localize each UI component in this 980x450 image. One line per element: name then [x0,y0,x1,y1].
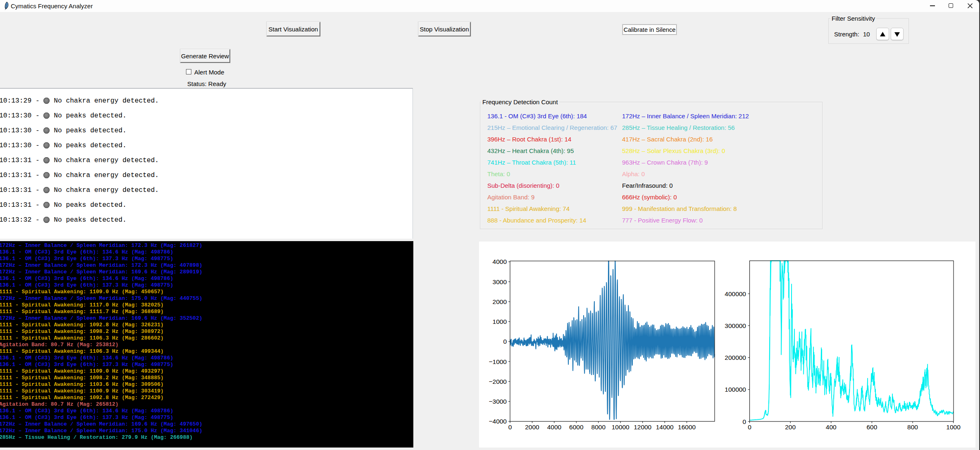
svg-text:0: 0 [742,418,746,425]
svg-text:400: 400 [826,424,837,431]
svg-text:8000: 8000 [591,424,606,431]
svg-text:600: 600 [866,424,877,431]
svg-text:1000: 1000 [946,424,961,431]
svg-text:0: 0 [508,424,512,431]
svg-text:−4000: −4000 [489,418,507,425]
svg-text:200: 200 [785,424,796,431]
svg-text:6000: 6000 [569,424,584,431]
svg-text:−3000: −3000 [489,398,507,405]
svg-text:16000: 16000 [678,424,696,431]
svg-text:400000: 400000 [725,290,746,297]
svg-text:3000: 3000 [493,278,507,285]
svg-text:2000: 2000 [525,424,539,431]
svg-text:4000: 4000 [493,258,507,265]
svg-text:12000: 12000 [634,424,651,431]
svg-text:14000: 14000 [656,424,674,431]
svg-text:−1000: −1000 [489,358,507,365]
svg-text:2000: 2000 [493,298,507,305]
svg-text:0: 0 [503,338,507,345]
svg-text:0: 0 [748,424,751,431]
svg-text:100000: 100000 [725,386,746,393]
svg-text:200000: 200000 [725,354,746,361]
svg-text:−2000: −2000 [489,378,507,385]
svg-text:1000: 1000 [493,318,507,325]
svg-text:300000: 300000 [725,322,746,329]
svg-text:800: 800 [907,424,918,431]
svg-text:10000: 10000 [612,424,629,431]
svg-text:4000: 4000 [547,424,562,431]
